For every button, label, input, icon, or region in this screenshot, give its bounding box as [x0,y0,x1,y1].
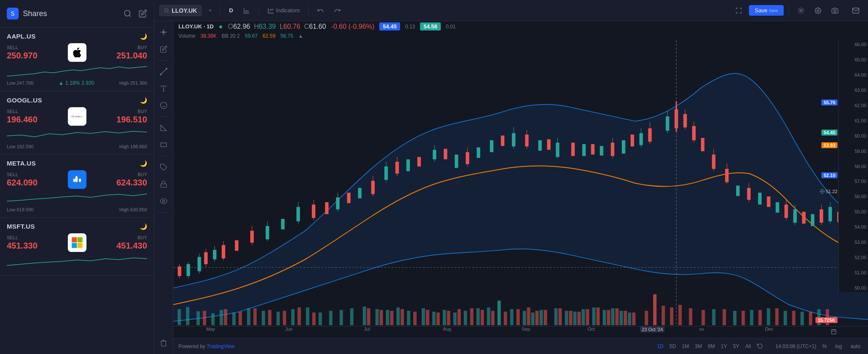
svg-rect-96 [547,139,551,150]
svg-rect-205 [596,307,600,325]
bb-label: BB 20 2 [222,33,240,39]
tf-3m[interactable]: 3M [693,342,705,351]
svg-rect-163 [581,309,585,325]
text-tool[interactable] [156,81,171,96]
period-selector[interactable]: D [225,6,236,15]
lock-tool[interactable] [156,177,171,192]
chart-area-wrapper[interactable]: 66.00 65.00 64.00 63.00 62.00 61.00 60.0… [173,40,868,326]
volume-value: 38.38K [200,33,217,39]
price-tag-tool[interactable] [156,160,171,175]
toolbar-sep-2 [259,6,259,16]
search-button[interactable] [123,9,132,18]
tf-all[interactable]: All [743,342,753,351]
measure-tool[interactable] [156,137,171,152]
chart-type-button[interactable] [240,6,253,16]
tf-6m[interactable]: 6M [705,342,718,351]
crosshair-tool[interactable] [156,25,171,40]
svg-rect-139 [319,313,322,325]
svg-rect-199 [535,311,539,325]
fib-tool[interactable] [156,120,171,136]
calendar-icon[interactable] [831,329,837,336]
emoji-tool[interactable] [156,98,171,113]
svg-rect-173 [784,311,787,325]
watchlist-button[interactable] [794,6,808,16]
save-button[interactable]: Save Save [749,5,784,16]
replay-button[interactable] [754,342,765,351]
svg-point-14 [160,74,161,75]
stock-item-googl[interactable]: GOOGL.US 🌙 SELL 196.460 Alphabet BUY [0,91,154,155]
svg-rect-177 [224,309,227,325]
delete-tool[interactable] [156,335,171,351]
svg-rect-158 [531,313,534,325]
toolbar-sep-3 [308,6,309,16]
add-symbol-button[interactable]: + [205,6,215,15]
tf-1m[interactable]: 1M [679,342,692,351]
svg-point-18 [161,102,167,109]
svg-rect-4 [72,243,77,248]
svg-rect-57 [600,146,603,156]
tf-5d[interactable]: 5D [667,342,678,351]
svg-rect-207 [615,308,619,325]
svg-rect-171 [750,310,753,325]
tf-5y[interactable]: 5Y [731,342,742,351]
chart-change: -0.60 (-0.96%) [331,23,374,30]
svg-rect-152 [464,311,467,325]
svg-rect-78 [235,241,238,251]
time-display: 14:03:08 (UTC+1) [776,343,816,349]
tf-1y[interactable]: 1Y [718,342,730,351]
tf-1d[interactable]: 1D [654,342,666,351]
svg-rect-176 [203,311,206,325]
svg-point-7 [800,10,802,11]
log-button[interactable]: log [833,343,845,350]
settings-button[interactable] [811,6,825,16]
undo-button[interactable] [314,6,327,16]
screenshot-button[interactable] [828,6,842,16]
svg-point-6 [165,8,168,12]
svg-rect-45 [406,159,410,171]
mail-button[interactable] [849,5,863,16]
stock-logo-googl: Alphabet [68,107,86,126]
stock-item-msft[interactable]: MSFT.US 🌙 SELL 451.330 BUY [0,218,154,276]
moon-icon-meta: 🌙 [140,160,147,167]
svg-rect-174 [801,312,804,325]
svg-rect-93 [501,136,504,146]
svg-rect-211 [653,294,657,325]
sell-label-aapl: SELL [7,45,37,50]
svg-rect-168 [628,313,631,325]
svg-rect-149 [432,312,436,325]
volume-label: Volume [178,33,195,39]
stock-lowhigh-aapl: Low 247.700 ▲ 1.18% 2.920 High 251.360 [7,80,147,86]
svg-rect-155 [498,301,501,325]
eye-tool[interactable] [156,194,171,209]
svg-rect-179 [253,308,257,325]
auto-button[interactable]: auto [848,343,863,350]
svg-rect-202 [569,311,572,325]
svg-line-13 [161,69,167,75]
sidebar: S Shares AAPL.US 🌙 SELL [0,0,154,354]
chart-content-area: LLOY.UK · 1D ● O62.96 H63.39 L60.76 C61.… [173,21,868,354]
edit-button[interactable] [139,9,147,18]
moon-icon-googl: 🌙 [140,97,147,104]
redo-button[interactable] [331,6,344,16]
trendline-tool[interactable] [156,64,171,79]
percent-button[interactable]: % [820,343,829,350]
stock-item-aapl[interactable]: AAPL.US 🌙 SELL 250.970 BUY 251.040 [0,28,154,91]
svg-rect-170 [733,311,737,325]
svg-rect-183 [312,313,316,325]
indicators-button[interactable]: Indicators [264,6,303,16]
symbol-selector[interactable]: LLOY.UK [159,5,202,16]
svg-rect-191 [447,311,450,325]
svg-rect-218 [742,311,745,325]
stock-item-meta[interactable]: META.US 🌙 SELL 624.090 BUY 624.330 [0,155,154,218]
tradingview-link[interactable]: TradingView [207,343,235,349]
svg-rect-213 [670,307,673,325]
price-scale: 66.00 65.00 64.00 63.00 62.00 61.00 60.0… [838,40,868,292]
collapse-button[interactable]: ▲ [298,33,303,39]
svg-rect-37 [281,219,284,230]
sidebar-header: S Shares [0,0,154,28]
svg-rect-196 [504,312,507,325]
pencil-tool[interactable] [156,41,171,57]
fullscreen-button[interactable] [732,6,746,16]
stock-lowhigh-meta: Low 618.590 High 630.850 [7,207,147,212]
svg-rect-135 [262,311,265,325]
